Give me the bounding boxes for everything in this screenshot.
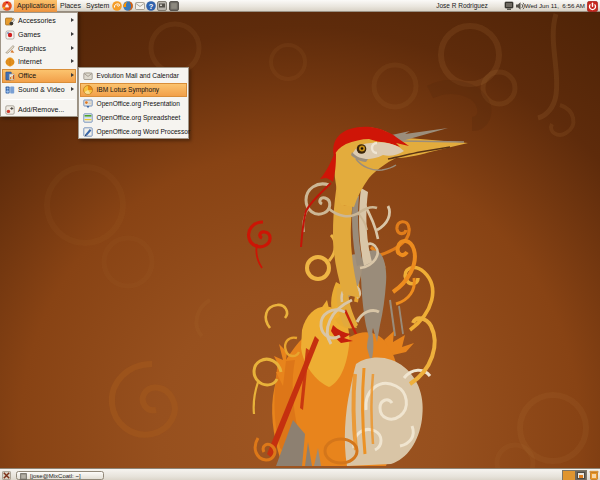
- svg-text:?: ?: [149, 2, 154, 11]
